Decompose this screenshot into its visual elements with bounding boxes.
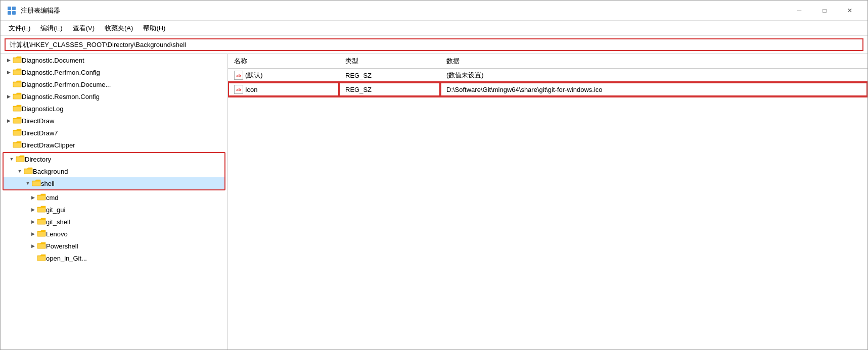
row-data: (数值未设置) <box>440 68 867 82</box>
folder-icon <box>13 105 22 113</box>
svg-rect-13 <box>24 169 32 174</box>
menu-help[interactable]: 帮助(H) <box>138 22 170 35</box>
tree-item-powershell[interactable]: ▶ Powershell <box>1 240 227 252</box>
address-bar <box>1 36 867 54</box>
folder-icon <box>37 230 46 238</box>
table-row[interactable]: ab Icon REG_SZ D:\Software\Git\mingw64\s… <box>228 82 867 96</box>
tree-item-diagnostic-doc[interactable]: ▶ Diagnostic.Document <box>1 54 227 66</box>
red-box-container: ▼ Directory ▼ Background <box>3 152 225 190</box>
svg-rect-15 <box>37 195 45 200</box>
address-input[interactable] <box>5 38 863 51</box>
svg-rect-18 <box>37 232 45 236</box>
svg-rect-19 <box>37 244 45 248</box>
tree-item-directdrawclipper[interactable]: DirectDrawClipper <box>1 139 227 151</box>
svg-rect-14 <box>32 181 40 186</box>
row-name: ab (默认) <box>228 68 339 82</box>
tree-item-git-shell[interactable]: ▶ git_shell <box>1 216 227 228</box>
svg-rect-4 <box>13 58 21 63</box>
svg-rect-7 <box>13 94 21 99</box>
folder-icon <box>13 129 22 137</box>
chevron-icon: ▶ <box>5 92 13 101</box>
chevron-icon: ▼ <box>16 167 24 175</box>
tree-item-diagnostic-perfmon-config[interactable]: ▶ Diagnostic.Perfmon.Config <box>1 66 227 78</box>
col-type: 类型 <box>339 54 440 68</box>
tree-label: Directory <box>25 156 51 163</box>
tree-item-diagnostic-resmon-config[interactable]: ▶ Diagnostic.Resmon.Config <box>1 90 227 103</box>
row-type: REG_SZ <box>339 68 440 82</box>
folder-icon <box>13 56 22 64</box>
svg-rect-2 <box>8 11 11 15</box>
tree-label: Diagnostic.Document <box>22 57 84 64</box>
folder-icon <box>37 193 46 202</box>
chevron-icon: ▼ <box>24 179 32 187</box>
window-controls: ─ □ ✕ <box>788 3 861 18</box>
tree-label: Background <box>33 168 68 175</box>
svg-rect-16 <box>37 208 45 212</box>
tree-item-git-gui[interactable]: ▶ git_gui <box>1 204 227 216</box>
chevron-icon: ▶ <box>29 193 37 202</box>
row-name: ab Icon <box>228 82 339 96</box>
chevron-icon: ▼ <box>8 155 16 163</box>
menu-view[interactable]: 查看(V) <box>68 22 100 35</box>
folder-icon <box>13 80 22 88</box>
menu-file[interactable]: 文件(E) <box>4 22 35 35</box>
chevron-icon: ▶ <box>5 117 13 125</box>
svg-rect-8 <box>13 107 21 111</box>
chevron-icon: ▶ <box>5 56 13 64</box>
menu-favorites[interactable]: 收藏夹(A) <box>100 22 138 35</box>
registry-editor-window: 注册表编辑器 ─ □ ✕ 文件(E) 编辑(E) 查看(V) 收藏夹(A) 帮助… <box>0 0 868 350</box>
maximize-button[interactable]: □ <box>813 3 836 18</box>
folder-icon <box>24 167 33 175</box>
chevron-icon: ▶ <box>29 230 37 238</box>
folder-icon <box>16 155 25 163</box>
col-data: 数据 <box>440 54 867 68</box>
tree-item-directory[interactable]: ▼ Directory <box>4 153 224 165</box>
tree-item-cmd[interactable]: ▶ cmd <box>1 191 227 204</box>
tree-item-directdraw7[interactable]: DirectDraw7 <box>1 127 227 139</box>
tree-item-diagnosticlog[interactable]: DiagnosticLog <box>1 103 227 115</box>
tree-pane: ▶ Diagnostic.Document ▶ Diagnostic.Perfm… <box>1 54 228 349</box>
folder-icon <box>37 206 46 214</box>
tree-label: shell <box>41 180 55 187</box>
svg-rect-1 <box>12 7 16 10</box>
chevron-icon: ▶ <box>29 206 37 214</box>
app-icon <box>7 6 17 16</box>
chevron-icon: ▶ <box>29 218 37 226</box>
svg-rect-20 <box>37 256 45 261</box>
folder-icon <box>13 117 22 125</box>
tree-label: Powershell <box>46 242 78 250</box>
folder-icon <box>13 68 22 76</box>
folder-icon <box>37 218 46 226</box>
tree-label: git_shell <box>46 218 70 226</box>
menu-bar: 文件(E) 编辑(E) 查看(V) 收藏夹(A) 帮助(H) <box>1 21 867 36</box>
tree-item-shell[interactable]: ▼ shell <box>4 177 224 189</box>
main-content: ▶ Diagnostic.Document ▶ Diagnostic.Perfm… <box>1 54 867 349</box>
registry-values-table: 名称 类型 数据 ab (默认) REG_SZ <box>228 54 867 96</box>
svg-rect-5 <box>13 70 21 75</box>
svg-rect-17 <box>37 220 45 224</box>
menu-edit[interactable]: 编辑(E) <box>35 22 67 35</box>
folder-icon <box>13 141 22 149</box>
tree-item-open-in-git[interactable]: open_in_Git... <box>1 252 227 264</box>
row-data: D:\Software\Git\mingw64\share\git\git-fo… <box>440 82 867 96</box>
tree-item-lenovo[interactable]: ▶ Lenovo <box>1 228 227 240</box>
tree-label: DiagnosticLog <box>22 105 63 113</box>
tree-label: DirectDrawClipper <box>22 141 75 149</box>
close-button[interactable]: ✕ <box>838 3 861 18</box>
chevron-icon: ▶ <box>5 68 13 76</box>
detail-pane: 名称 类型 数据 ab (默认) REG_SZ <box>228 54 867 349</box>
table-row[interactable]: ab (默认) REG_SZ (数值未设置) <box>228 68 867 82</box>
svg-rect-12 <box>16 157 24 162</box>
tree-label: Diagnostic.Perfmon.Config <box>22 69 100 76</box>
minimize-button[interactable]: ─ <box>788 3 811 18</box>
tree-label: Lenovo <box>46 230 68 238</box>
title-bar: 注册表编辑器 ─ □ ✕ <box>1 1 867 21</box>
tree-label: DirectDraw7 <box>22 129 58 137</box>
tree-item-directdraw[interactable]: ▶ DirectDraw <box>1 115 227 127</box>
folder-icon <box>13 92 22 101</box>
tree-item-diagnostic-perfmon-docume[interactable]: Diagnostic.Perfmon.Docume... <box>1 78 227 90</box>
tree-item-background[interactable]: ▼ Background <box>4 165 224 177</box>
reg-value-icon: ab <box>234 85 243 94</box>
folder-icon <box>37 254 46 262</box>
svg-rect-3 <box>12 11 16 15</box>
